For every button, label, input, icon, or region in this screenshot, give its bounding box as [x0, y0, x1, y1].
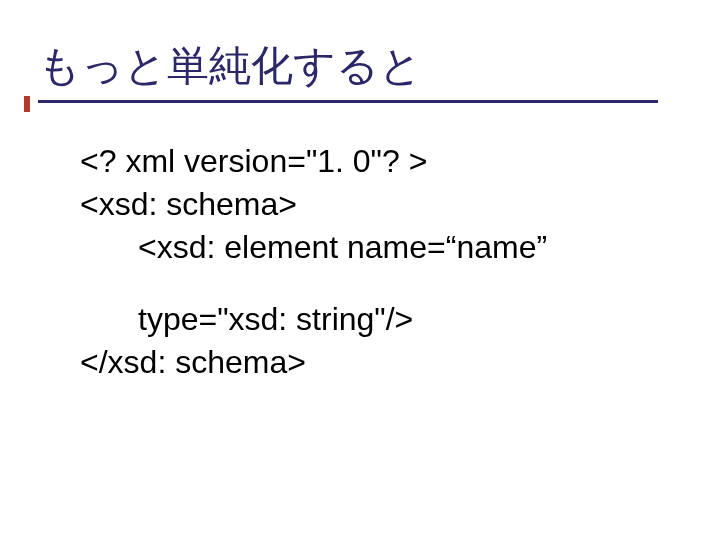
code-body: <? xml version="1. 0"? > <xsd: schema> <… — [80, 140, 680, 384]
accent-tick — [24, 96, 30, 112]
code-line-2: <xsd: schema> — [80, 183, 680, 226]
blank-line — [80, 270, 680, 298]
code-line-3: <xsd: element name=“name” — [80, 226, 680, 269]
slide: もっと単純化すると <? xml version="1. 0"? > <xsd:… — [0, 0, 720, 540]
code-line-1: <? xml version="1. 0"? > — [80, 140, 680, 183]
code-line-5: </xsd: schema> — [80, 341, 680, 384]
title-block: もっと単純化すると — [38, 38, 678, 103]
slide-title: もっと単純化すると — [38, 38, 678, 94]
title-underline — [38, 100, 658, 103]
code-line-4: type="xsd: string"/> — [80, 298, 680, 341]
